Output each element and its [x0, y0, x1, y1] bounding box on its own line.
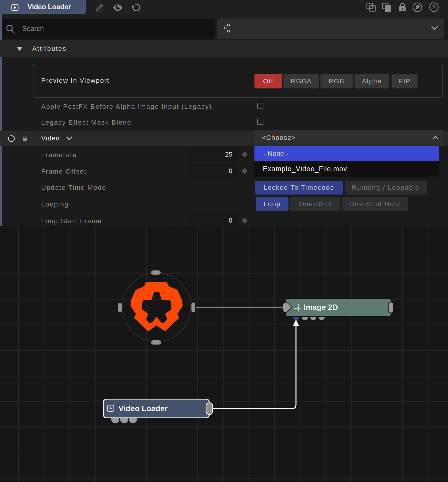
svg-text:Video Loader: Video Loader — [119, 404, 168, 413]
svg-text:Image 2D: Image 2D — [303, 303, 338, 312]
svg-text:?: ? — [432, 4, 436, 10]
